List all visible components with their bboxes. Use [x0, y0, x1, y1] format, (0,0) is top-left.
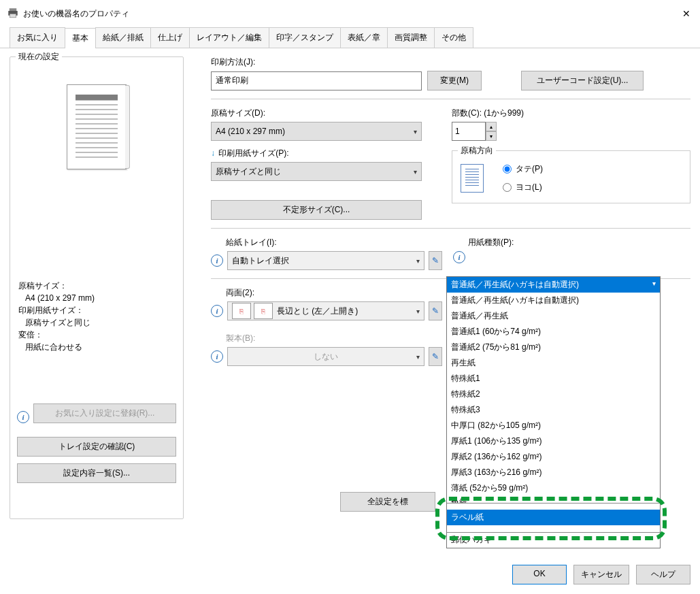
paper-type-option[interactable]: 厚紙2 (136から162 g/m²) [447, 449, 660, 465]
preview-area [17, 69, 176, 277]
booklet-edit-button: ✎ [429, 347, 442, 366]
duplex-dropdown[interactable]: ⎘⎘ 長辺とじ (左／上開き)▾ [227, 301, 424, 320]
paper-type-option[interactable]: 再生紙 [447, 355, 660, 371]
paper-type-dropdown-list[interactable]: 普通紙／再生紙(ハガキは自動選択)▾ 普通紙／再生紙(ハガキは自動選択) 普通紙… [446, 276, 661, 548]
duplex-edit-button[interactable]: ✎ [429, 301, 442, 320]
tab-paper-feed[interactable]: 給紙／排紙 [95, 27, 151, 48]
paper-type-option[interactable]: 厚紙3 (163から216 g/m²) [447, 465, 660, 480]
duplex-value: 長辺とじ (左／上開き) [277, 306, 358, 317]
tray-confirm-button[interactable]: トレイ設定の確認(C) [17, 437, 176, 457]
chevron-down-icon: ▾ [414, 128, 417, 135]
info-icon[interactable]: i [453, 251, 465, 263]
custom-size-button[interactable]: 不定形サイズ(C)... [211, 200, 422, 220]
tab-quality[interactable]: 画質調整 [387, 27, 435, 48]
register-favorite-button[interactable]: お気に入り設定に登録(R)... [33, 403, 176, 423]
info-icon[interactable]: i [211, 254, 223, 267]
print-method-value: 通常印刷 [211, 71, 422, 90]
pencil-icon: ✎ [432, 352, 439, 361]
print-method-label: 印刷方法(J): [211, 56, 690, 68]
ok-button[interactable]: OK [512, 565, 567, 584]
duplex-icons: ⎘⎘ [232, 303, 273, 319]
paper-type-label: 用紙種類(P): [468, 237, 690, 248]
settings-list-button[interactable]: 設定内容一覧(S)... [17, 463, 176, 483]
tray-label: 給紙トレイ(I): [226, 237, 442, 248]
paper-type-option-partial[interactable] [447, 525, 660, 532]
orientation-thumb [461, 164, 484, 193]
doc-size-label: 原稿サイズ(D): [211, 108, 429, 119]
tab-basic[interactable]: 基本 [65, 28, 96, 48]
orientation-label: 原稿方向 [458, 145, 496, 156]
print-paper-dropdown[interactable]: 原稿サイズと同じ▾ [211, 162, 422, 181]
current-settings-title: 現在の設定 [16, 51, 62, 63]
svg-rect-0 [10, 8, 17, 11]
paper-type-option-partial[interactable]: 郵便ハカキ [447, 532, 660, 548]
tab-bar: お気に入り 基本 給紙／排紙 仕上げ レイアウト／編集 印字／スタンプ 表紙／章… [0, 27, 700, 48]
paper-type-option[interactable]: 普通紙／再生紙 [447, 308, 660, 324]
paper-type-selected[interactable]: 普通紙／再生紙(ハガキは自動選択)▾ [447, 277, 660, 293]
svg-rect-2 [10, 14, 16, 17]
print-paper-value: 原稿サイズと同じ [216, 166, 281, 178]
copies-spinner[interactable]: ▴▾ [452, 122, 690, 141]
tray-value: 自動トレイ選択 [232, 255, 289, 267]
orientation-portrait[interactable]: タテ(P) [503, 163, 543, 175]
paper-type-option[interactable]: 薄紙 (52から59 g/m²) [447, 480, 660, 496]
info-scale-value: 用紙に合わせる [18, 341, 176, 353]
tray-dropdown[interactable]: 自動トレイ選択▾ [227, 251, 424, 270]
help-button[interactable]: ヘルプ [636, 565, 690, 584]
paper-type-option[interactable]: 中厚口 (82から105 g/m²) [447, 418, 660, 433]
info-icon[interactable]: i [17, 411, 29, 423]
doc-size-value: A4 (210 x 297 mm) [216, 127, 285, 136]
change-button[interactable]: 変更(M) [427, 71, 482, 90]
print-paper-label: 印刷用紙サイズ(P): [218, 148, 288, 158]
copies-label: 部数(C): (1から999) [452, 108, 690, 119]
chevron-down-icon: ▾ [652, 280, 656, 287]
paper-type-option-partial[interactable] [447, 503, 660, 510]
info-docsize-value: A4 (210 x 297 mm) [18, 292, 176, 304]
booklet-dropdown: しない▾ [227, 347, 424, 366]
cancel-button[interactable]: キャンセル [573, 565, 629, 584]
tray-edit-button[interactable]: ✎ [429, 251, 442, 270]
tab-cover[interactable]: 表紙／章 [340, 27, 388, 48]
info-scale-label: 変倍： [18, 329, 176, 341]
close-icon[interactable]: ✕ [680, 7, 693, 20]
duplex-label: 両面(2): [226, 287, 442, 299]
tab-finishing[interactable]: 仕上げ [150, 27, 190, 48]
paper-type-option[interactable]: 普通紙1 (60から74 g/m²) [447, 324, 660, 340]
tab-favorites[interactable]: お気に入り [10, 27, 65, 48]
booklet-label: 製本(B): [226, 333, 442, 344]
info-docsize-label: 原稿サイズ： [18, 280, 176, 292]
paper-type-option-highlighted[interactable]: ラベル紙 [447, 510, 660, 525]
window-title: お使いの機器名のプロパティ [23, 8, 129, 20]
paper-type-option[interactable]: 色紙 [447, 496, 660, 503]
pencil-icon: ✎ [432, 256, 439, 265]
paper-type-option[interactable]: 厚紙1 (106から135 g/m²) [447, 433, 660, 449]
usercode-button[interactable]: ユーザーコード設定(U)... [521, 71, 644, 90]
chevron-down-icon: ▾ [416, 257, 420, 265]
doc-size-dropdown[interactable]: A4 (210 x 297 mm)▾ [211, 122, 422, 141]
booklet-value: しない [314, 351, 338, 363]
spin-down-icon[interactable]: ▾ [486, 131, 497, 141]
reset-all-button[interactable]: 全設定を標 [340, 492, 435, 512]
paper-type-option[interactable]: 普通紙2 (75から81 g/m²) [447, 340, 660, 355]
paper-type-option[interactable]: 普通紙／再生紙(ハガキは自動選択) [447, 293, 660, 308]
chevron-down-icon: ▾ [416, 308, 420, 315]
orientation-landscape[interactable]: ヨコ(L) [503, 182, 543, 193]
printer-icon [7, 7, 19, 21]
paper-type-option[interactable]: 特殊紙2 [447, 386, 660, 402]
spin-up-icon[interactable]: ▴ [486, 122, 497, 131]
info-papersize-value: 原稿サイズと同じ [18, 316, 176, 329]
copies-input[interactable] [452, 122, 486, 141]
tab-stamp[interactable]: 印字／スタンプ [269, 27, 341, 48]
chevron-down-icon: ▾ [416, 353, 420, 361]
info-icon[interactable]: i [211, 350, 223, 363]
chevron-down-icon: ▾ [414, 168, 417, 176]
paper-type-option[interactable]: 特殊紙3 [447, 402, 660, 418]
info-icon[interactable]: i [211, 305, 223, 317]
info-papersize-label: 印刷用紙サイズ： [18, 304, 176, 316]
tab-other[interactable]: その他 [434, 27, 473, 48]
tab-layout[interactable]: レイアウト／編集 [189, 27, 269, 48]
pencil-icon: ✎ [432, 306, 439, 316]
paper-type-option[interactable]: 特殊紙1 [447, 371, 660, 386]
down-arrow-icon: ↓ [211, 148, 215, 158]
